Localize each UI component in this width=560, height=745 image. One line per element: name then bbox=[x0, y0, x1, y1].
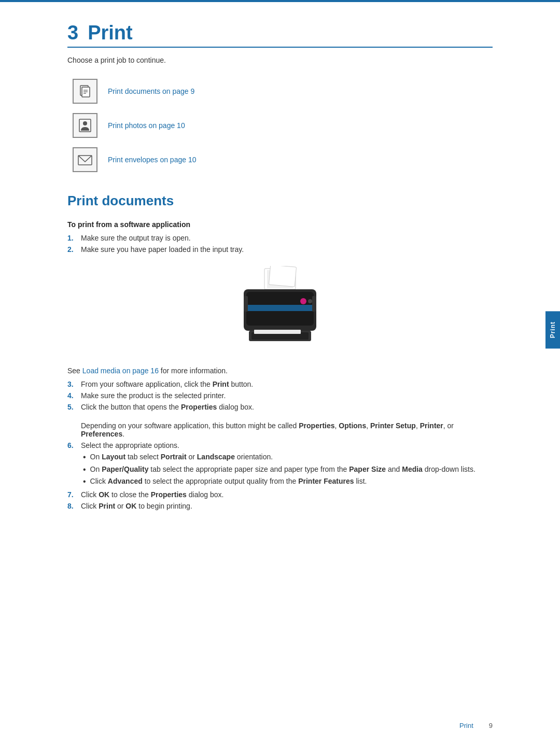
svg-rect-10 bbox=[269, 266, 296, 287]
step-6-text: Select the appropriate options. bbox=[81, 441, 179, 449]
side-tab-label: Print bbox=[549, 321, 556, 338]
bullet-1: • On Layout tab select Portrait or Lands… bbox=[83, 453, 493, 462]
step-8-text: Click Print or OK to begin printing. bbox=[81, 502, 192, 510]
section-title: Print documents bbox=[67, 193, 493, 209]
middle-steps-list: 3. From your software application, click… bbox=[67, 380, 493, 411]
step-5-text: Click the button that opens the Properti… bbox=[81, 403, 254, 411]
load-media-link[interactable]: Load media on page 16 bbox=[82, 367, 159, 375]
footer: Print 9 bbox=[459, 722, 493, 729]
step-7-text: Click OK to close the Properties dialog … bbox=[81, 490, 223, 499]
step-7: 7. Click OK to close the Properties dial… bbox=[67, 490, 493, 499]
link-items-list: Print documents on page 9 Print photos o… bbox=[73, 79, 493, 172]
bullet-3-text: Click Advanced to select the appropriate… bbox=[90, 477, 367, 485]
svg-point-14 bbox=[300, 298, 306, 304]
step-1-text: Make sure the output tray is open. bbox=[81, 234, 191, 242]
link-documents[interactable]: Print documents on page 9 bbox=[108, 87, 194, 95]
step-4-text: Make sure the product is the selected pr… bbox=[81, 391, 226, 400]
bullet-dot-2: • bbox=[83, 465, 86, 474]
photos-icon-box bbox=[73, 113, 97, 138]
envelopes-icon-box bbox=[73, 147, 97, 172]
step-1: 1. Make sure the output tray is open. bbox=[67, 234, 493, 242]
footer-page-number: 9 bbox=[489, 722, 493, 729]
step-6-num: 6. bbox=[67, 441, 77, 449]
step-4-num: 4. bbox=[67, 391, 77, 400]
step-5: 5. Click the button that opens the Prope… bbox=[67, 403, 493, 411]
options-bullet-list: • On Layout tab select Portrait or Lands… bbox=[83, 453, 493, 486]
footer-link[interactable]: Print bbox=[459, 722, 473, 729]
step-3-num: 3. bbox=[67, 380, 77, 388]
step-1-num: 1. bbox=[67, 234, 77, 242]
bullet-dot-3: • bbox=[83, 477, 86, 486]
photos-icon bbox=[77, 117, 93, 134]
link-item-photos: Print photos on page 10 bbox=[73, 113, 493, 138]
intro-text: Choose a print job to continue. bbox=[67, 56, 493, 64]
step-3-text: From your software application, click th… bbox=[81, 380, 253, 388]
bullet-2: • On Paper/Quality tab select the approp… bbox=[83, 465, 493, 474]
side-tab: Print bbox=[545, 311, 560, 348]
bullet-dot-1: • bbox=[83, 453, 86, 462]
svg-rect-13 bbox=[244, 305, 316, 311]
svg-rect-18 bbox=[254, 330, 301, 334]
chapter-title: Print bbox=[88, 23, 133, 43]
svg-point-15 bbox=[308, 299, 312, 303]
step-4: 4. Make sure the product is the selected… bbox=[67, 391, 493, 400]
step-7-num: 7. bbox=[67, 490, 77, 499]
bullet-2-text: On Paper/Quality tab select the appropri… bbox=[90, 465, 475, 473]
step-3: 3. From your software application, click… bbox=[67, 380, 493, 388]
link-envelopes[interactable]: Print envelopes on page 10 bbox=[108, 156, 196, 164]
initial-steps-list: 1. Make sure the output tray is open. 2.… bbox=[67, 234, 493, 254]
step-2-num: 2. bbox=[67, 245, 77, 254]
step-8: 8. Click Print or OK to begin printing. bbox=[67, 502, 493, 510]
chapter-number: 3 bbox=[67, 23, 78, 43]
final-steps-list: 7. Click OK to close the Properties dial… bbox=[67, 490, 493, 510]
content-area: 3 Print Choose a print job to continue. bbox=[0, 2, 560, 552]
bullet-1-text: On Layout tab select Portrait or Landsca… bbox=[90, 453, 273, 461]
svg-point-6 bbox=[83, 121, 87, 125]
documents-icon-box bbox=[73, 79, 97, 104]
subsection-title: To print from a software application bbox=[67, 220, 493, 229]
step-2-text: Make sure you have paper loaded in the i… bbox=[81, 245, 244, 254]
load-media-text: See Load media on page 16 for more infor… bbox=[67, 367, 493, 375]
bullet-3: • Click Advanced to select the appropria… bbox=[83, 477, 493, 486]
step-8-num: 8. bbox=[67, 502, 77, 510]
printer-image-container bbox=[67, 266, 493, 354]
chapter-header: 3 Print bbox=[67, 23, 493, 48]
link-item-envelopes: Print envelopes on page 10 bbox=[73, 147, 493, 172]
svg-rect-19 bbox=[244, 296, 248, 312]
documents-icon bbox=[77, 83, 93, 100]
step-2: 2. Make sure you have paper loaded in th… bbox=[67, 245, 493, 254]
printer-image bbox=[228, 266, 332, 354]
page: 3 Print Choose a print job to continue. bbox=[0, 0, 560, 745]
envelope-icon bbox=[77, 151, 93, 168]
step-6: 6. Select the appropriate options. bbox=[67, 441, 493, 449]
step-5-indent: Depending on your software application, … bbox=[81, 421, 493, 438]
step6-list: 6. Select the appropriate options. bbox=[67, 441, 493, 449]
print-documents-section: Print documents To print from a software… bbox=[67, 193, 493, 510]
step-5-num: 5. bbox=[67, 403, 77, 411]
link-photos[interactable]: Print photos on page 10 bbox=[108, 121, 185, 130]
svg-rect-20 bbox=[312, 296, 316, 312]
link-item-documents: Print documents on page 9 bbox=[73, 79, 493, 104]
